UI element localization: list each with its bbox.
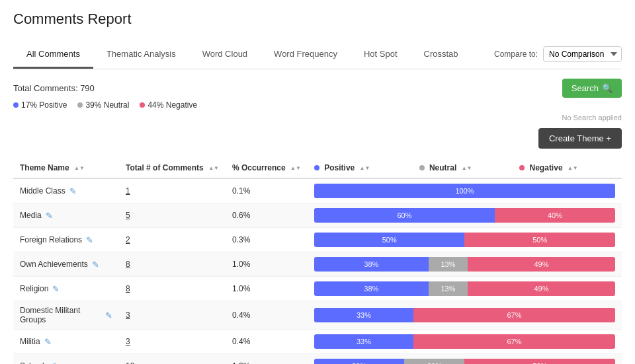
theme-name-cell: Schools✎ bbox=[13, 354, 119, 365]
theme-name-cell: Militia✎ bbox=[13, 330, 119, 354]
page-container: Comments Report All Comments Thematic An… bbox=[0, 0, 635, 364]
negative-bar: 67% bbox=[413, 334, 615, 349]
bar-container: 50%50% bbox=[314, 233, 615, 247]
sort-negative-icons[interactable]: ▲▼ bbox=[568, 166, 578, 171]
page-title: Comments Report bbox=[13, 11, 622, 28]
occurrence-value: 1.0% bbox=[226, 252, 308, 277]
theme-name-label: Domestic Militant Groups bbox=[20, 306, 101, 324]
total-count: 10 bbox=[119, 354, 226, 365]
total-count: 3 bbox=[119, 330, 226, 354]
negative-bar: 50% bbox=[464, 233, 615, 247]
positive-bar: 100% bbox=[314, 184, 615, 198]
total-count: 8 bbox=[119, 252, 226, 277]
positive-bar: 30% bbox=[314, 359, 405, 364]
header-occurrence: % Occurrence ▲▼ bbox=[226, 158, 308, 178]
table-header: Theme Name ▲▼ Total # of Comments ▲▼ % O… bbox=[13, 158, 622, 178]
tab-thematic-analysis[interactable]: Thematic Analysis bbox=[93, 41, 189, 69]
edit-icon[interactable]: ✎ bbox=[86, 235, 93, 245]
positive-dot bbox=[13, 102, 19, 108]
table-row: Own Achievements✎81.0%38%13%49% bbox=[13, 252, 622, 277]
bar-container: 60%40% bbox=[314, 208, 615, 223]
bar-container: 38%13%49% bbox=[314, 281, 615, 296]
table-body: Middle Class✎10.1%100%Media✎50.6%60%40%F… bbox=[13, 178, 622, 364]
tabs-bar: All Comments Thematic Analysis Word Clou… bbox=[13, 41, 622, 69]
tab-all-comments[interactable]: All Comments bbox=[13, 41, 93, 69]
neutral-header-dot bbox=[419, 165, 425, 170]
theme-name-label: Foreign Relations bbox=[20, 235, 82, 244]
edit-icon[interactable]: ✎ bbox=[52, 361, 60, 365]
table-row: Middle Class✎10.1%100% bbox=[13, 178, 622, 203]
search-icon: 🔍 bbox=[602, 83, 613, 93]
negative-bar: 49% bbox=[468, 281, 615, 296]
search-button[interactable]: Search 🔍 bbox=[562, 79, 622, 98]
tab-crosstab[interactable]: Crosstab bbox=[411, 41, 472, 69]
total-count: 2 bbox=[119, 228, 226, 252]
edit-icon[interactable]: ✎ bbox=[92, 260, 99, 270]
theme-name-label: Schools bbox=[20, 361, 48, 364]
tab-word-frequency[interactable]: Word Frequency bbox=[261, 41, 351, 69]
sentiment-bars: 33%67% bbox=[308, 330, 622, 354]
no-search-label: No Search applied bbox=[13, 114, 622, 122]
header-positive: Positive ▲▼ bbox=[308, 158, 413, 178]
bar-container: 38%13%49% bbox=[314, 257, 615, 272]
compare-label: Compare to: bbox=[494, 50, 538, 59]
stats-row: Total Comments: 790 Search 🔍 bbox=[13, 79, 622, 98]
occurrence-value: 1.0% bbox=[226, 277, 308, 301]
edit-icon[interactable]: ✎ bbox=[52, 284, 60, 294]
occurrence-value: 1.3% bbox=[226, 354, 308, 365]
positive-bar: 38% bbox=[314, 257, 429, 272]
create-theme-area: Create Theme + bbox=[13, 128, 622, 149]
create-theme-button[interactable]: Create Theme + bbox=[538, 128, 622, 149]
sentiment-bars: 60%40% bbox=[308, 203, 622, 228]
sort-theme-icons[interactable]: ▲▼ bbox=[74, 166, 85, 171]
tab-hot-spot[interactable]: Hot Spot bbox=[351, 41, 411, 69]
occurrence-value: 0.4% bbox=[226, 301, 308, 330]
theme-name-label: Militia bbox=[20, 337, 40, 346]
positive-sentiment: 17% Positive bbox=[13, 100, 67, 110]
sort-positive-icons[interactable]: ▲▼ bbox=[360, 166, 370, 171]
table-row: Media✎50.6%60%40% bbox=[13, 203, 622, 228]
table-row: Foreign Relations✎20.3%50%50% bbox=[13, 228, 622, 252]
total-count: 5 bbox=[119, 203, 226, 228]
bar-container: 33%67% bbox=[314, 334, 615, 349]
theme-name-cell: Religion✎ bbox=[13, 277, 119, 301]
negative-bar: 50% bbox=[464, 359, 615, 364]
edit-icon[interactable]: ✎ bbox=[46, 211, 53, 221]
negative-label: 44% Negative bbox=[148, 100, 197, 110]
total-count: 8 bbox=[119, 277, 226, 301]
neutral-bar: 20% bbox=[404, 359, 464, 364]
header-total-comments: Total # of Comments ▲▼ bbox=[119, 158, 226, 178]
themes-table: Theme Name ▲▼ Total # of Comments ▲▼ % O… bbox=[13, 158, 622, 364]
theme-name-label: Middle Class bbox=[20, 186, 65, 196]
negative-header-dot bbox=[519, 165, 525, 170]
edit-icon[interactable]: ✎ bbox=[105, 310, 112, 320]
neutral-bar: 13% bbox=[429, 257, 468, 272]
sort-total-icons[interactable]: ▲▼ bbox=[208, 166, 219, 171]
negative-sentiment: 44% Negative bbox=[140, 100, 197, 110]
compare-select[interactable]: No Comparison Previous Period Benchmark bbox=[543, 46, 622, 62]
positive-bar: 33% bbox=[314, 334, 413, 349]
header-theme-name: Theme Name ▲▼ bbox=[13, 158, 119, 178]
sort-neutral-icons[interactable]: ▲▼ bbox=[462, 166, 472, 171]
sort-occur-icons[interactable]: ▲▼ bbox=[290, 166, 301, 171]
theme-name-cell: Foreign Relations✎ bbox=[13, 228, 119, 252]
bar-container: 100% bbox=[314, 184, 615, 198]
occurrence-value: 0.6% bbox=[226, 203, 308, 228]
sentiment-bars: 100% bbox=[308, 178, 622, 203]
sentiment-bars: 38%13%49% bbox=[308, 277, 622, 301]
negative-bar: 40% bbox=[495, 208, 615, 223]
sentiment-bars: 33%67% bbox=[308, 301, 622, 330]
theme-name-label: Religion bbox=[20, 284, 48, 293]
edit-icon[interactable]: ✎ bbox=[69, 186, 77, 196]
occurrence-value: 0.4% bbox=[226, 330, 308, 354]
edit-icon[interactable]: ✎ bbox=[44, 337, 52, 347]
neutral-dot bbox=[77, 102, 83, 108]
bar-container: 30%20%50% bbox=[314, 359, 615, 364]
theme-name-cell: Own Achievements✎ bbox=[13, 252, 119, 277]
theme-name-cell: Middle Class✎ bbox=[13, 178, 119, 203]
header-neutral: Neutral ▲▼ bbox=[413, 158, 513, 178]
negative-bar: 67% bbox=[413, 308, 615, 322]
tab-word-cloud[interactable]: Word Cloud bbox=[189, 41, 261, 69]
table-row: Schools✎101.3%30%20%50% bbox=[13, 354, 622, 365]
table-row: Domestic Militant Groups✎30.4%33%67% bbox=[13, 301, 622, 330]
